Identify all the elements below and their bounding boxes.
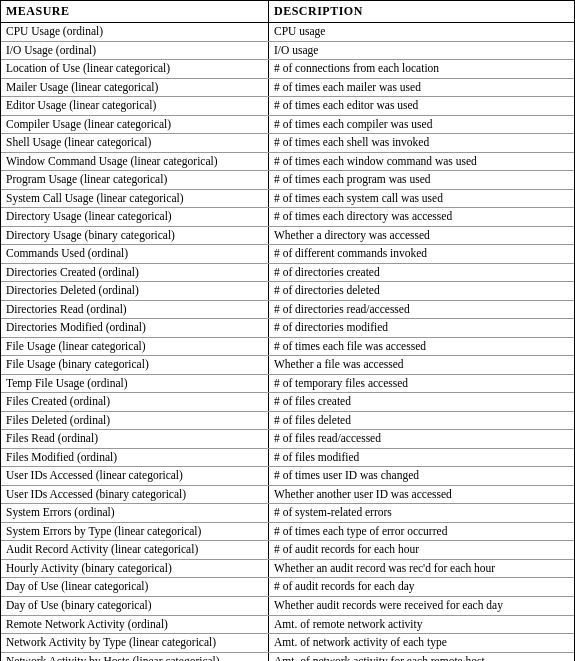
table-row: System Errors (ordinal)# of system-relat… [1, 504, 574, 523]
table-row: Files Read (ordinal)# of files read/acce… [1, 430, 574, 449]
cell-description: Amt. of network activity of each type [269, 634, 574, 652]
cell-measure: Directories Created (ordinal) [1, 264, 269, 282]
cell-measure: Directory Usage (binary categorical) [1, 227, 269, 245]
table-row: Remote Network Activity (ordinal)Amt. of… [1, 616, 574, 635]
table-row: Hourly Activity (binary categorical)Whet… [1, 560, 574, 579]
cell-description: # of files deleted [269, 412, 574, 430]
table-row: Day of Use (linear categorical)# of audi… [1, 578, 574, 597]
table-row: Location of Use (linear categorical)# of… [1, 60, 574, 79]
table-row: Directory Usage (binary categorical)Whet… [1, 227, 574, 246]
cell-description: Amt. of remote network activity [269, 616, 574, 634]
cell-measure: User IDs Accessed (binary categorical) [1, 486, 269, 504]
cell-description: # of temporary files accessed [269, 375, 574, 393]
table-row: Editor Usage (linear categorical)# of ti… [1, 97, 574, 116]
table-row: Directories Created (ordinal)# of direct… [1, 264, 574, 283]
cell-measure: Day of Use (binary categorical) [1, 597, 269, 615]
cell-measure: User IDs Accessed (linear categorical) [1, 467, 269, 485]
cell-description: # of files created [269, 393, 574, 411]
table-row: User IDs Accessed (binary categorical)Wh… [1, 486, 574, 505]
table-row: Program Usage (linear categorical)# of t… [1, 171, 574, 190]
cell-description: # of audit records for each day [269, 578, 574, 596]
cell-measure: File Usage (linear categorical) [1, 338, 269, 356]
table-row: File Usage (linear categorical)# of time… [1, 338, 574, 357]
cell-description: # of times each editor was used [269, 97, 574, 115]
table-row: Directories Deleted (ordinal)# of direct… [1, 282, 574, 301]
table-row: Directories Read (ordinal)# of directori… [1, 301, 574, 320]
cell-description: I/O usage [269, 42, 574, 60]
cell-measure: Directories Modified (ordinal) [1, 319, 269, 337]
table-row: CPU Usage (ordinal)CPU usage [1, 23, 574, 42]
cell-description: # of times each shell was invoked [269, 134, 574, 152]
table-row: Temp File Usage (ordinal)# of temporary … [1, 375, 574, 394]
cell-measure: Temp File Usage (ordinal) [1, 375, 269, 393]
cell-measure: System Errors by Type (linear categorica… [1, 523, 269, 541]
cell-measure: Audit Record Activity (linear categorica… [1, 541, 269, 559]
cell-measure: Mailer Usage (linear categorical) [1, 79, 269, 97]
cell-description: # of system-related errors [269, 504, 574, 522]
table-body: CPU Usage (ordinal)CPU usageI/O Usage (o… [1, 23, 574, 661]
table-row: File Usage (binary categorical)Whether a… [1, 356, 574, 375]
description-header: DESCRIPTION [269, 1, 574, 22]
table-row: Shell Usage (linear categorical)# of tim… [1, 134, 574, 153]
cell-measure: Window Command Usage (linear categorical… [1, 153, 269, 171]
cell-description: # of directories created [269, 264, 574, 282]
cell-measure: Files Created (ordinal) [1, 393, 269, 411]
cell-measure: Files Modified (ordinal) [1, 449, 269, 467]
cell-measure: Directories Deleted (ordinal) [1, 282, 269, 300]
table-row: Commands Used (ordinal)# of different co… [1, 245, 574, 264]
cell-measure: Directory Usage (linear categorical) [1, 208, 269, 226]
table-row: Files Created (ordinal)# of files create… [1, 393, 574, 412]
cell-description: Whether audit records were received for … [269, 597, 574, 615]
cell-measure: Commands Used (ordinal) [1, 245, 269, 263]
cell-description: # of connections from each location [269, 60, 574, 78]
table-row: Network Activity by Type (linear categor… [1, 634, 574, 653]
cell-measure: Hourly Activity (binary categorical) [1, 560, 269, 578]
table-row: Directory Usage (linear categorical)# of… [1, 208, 574, 227]
cell-measure: Shell Usage (linear categorical) [1, 134, 269, 152]
cell-description: # of directories deleted [269, 282, 574, 300]
cell-measure: Directories Read (ordinal) [1, 301, 269, 319]
table-row: Files Deleted (ordinal)# of files delete… [1, 412, 574, 431]
cell-measure: Network Activity by Type (linear categor… [1, 634, 269, 652]
table-header: MEASURE DESCRIPTION [1, 1, 574, 23]
cell-measure: Network Activity by Hosts (linear catego… [1, 653, 269, 661]
cell-description: # of directories read/accessed [269, 301, 574, 319]
cell-description: # of times user ID was changed [269, 467, 574, 485]
cell-description: Amt. of network activity for each remote… [269, 653, 574, 661]
cell-measure: Editor Usage (linear categorical) [1, 97, 269, 115]
table-row: System Errors by Type (linear categorica… [1, 523, 574, 542]
table-row: Window Command Usage (linear categorical… [1, 153, 574, 172]
cell-description: # of times each compiler was used [269, 116, 574, 134]
cell-measure: System Errors (ordinal) [1, 504, 269, 522]
cell-description: Whether an audit record was rec'd for ea… [269, 560, 574, 578]
cell-description: Whether a file was accessed [269, 356, 574, 374]
cell-description: # of times each directory was accessed [269, 208, 574, 226]
table-row: Files Modified (ordinal)# of files modif… [1, 449, 574, 468]
cell-measure: File Usage (binary categorical) [1, 356, 269, 374]
cell-description: Whether a directory was accessed [269, 227, 574, 245]
cell-measure: Program Usage (linear categorical) [1, 171, 269, 189]
cell-measure: Files Deleted (ordinal) [1, 412, 269, 430]
cell-description: # of files read/accessed [269, 430, 574, 448]
cell-measure: Day of Use (linear categorical) [1, 578, 269, 596]
cell-measure: I/O Usage (ordinal) [1, 42, 269, 60]
table-row: Directories Modified (ordinal)# of direc… [1, 319, 574, 338]
cell-measure: System Call Usage (linear categorical) [1, 190, 269, 208]
cell-description: CPU usage [269, 23, 574, 41]
table-row: User IDs Accessed (linear categorical)# … [1, 467, 574, 486]
cell-description: # of times each program was used [269, 171, 574, 189]
cell-description: # of files modified [269, 449, 574, 467]
cell-measure: Location of Use (linear categorical) [1, 60, 269, 78]
measure-header: MEASURE [1, 1, 269, 22]
table-row: Audit Record Activity (linear categorica… [1, 541, 574, 560]
cell-description: # of directories modified [269, 319, 574, 337]
table-row: System Call Usage (linear categorical)# … [1, 190, 574, 209]
cell-description: # of times each system call was used [269, 190, 574, 208]
table-row: I/O Usage (ordinal)I/O usage [1, 42, 574, 61]
cell-description: # of times each type of error occurred [269, 523, 574, 541]
cell-description: # of times each mailer was used [269, 79, 574, 97]
table-row: Network Activity by Hosts (linear catego… [1, 653, 574, 661]
cell-description: # of times each file was accessed [269, 338, 574, 356]
cell-description: # of audit records for each hour [269, 541, 574, 559]
cell-measure: Remote Network Activity (ordinal) [1, 616, 269, 634]
